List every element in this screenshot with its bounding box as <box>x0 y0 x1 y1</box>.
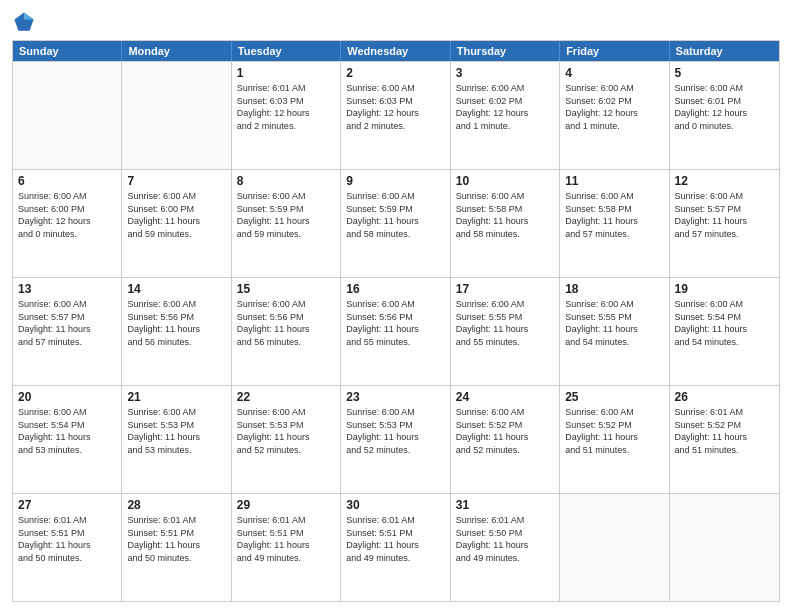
day-header-monday: Monday <box>122 41 231 61</box>
calendar-cell: 16Sunrise: 6:00 AM Sunset: 5:56 PM Dayli… <box>341 278 450 385</box>
cell-info: Sunrise: 6:00 AM Sunset: 5:58 PM Dayligh… <box>456 190 554 240</box>
calendar-cell: 8Sunrise: 6:00 AM Sunset: 5:59 PM Daylig… <box>232 170 341 277</box>
calendar-cell: 20Sunrise: 6:00 AM Sunset: 5:54 PM Dayli… <box>13 386 122 493</box>
day-number: 12 <box>675 173 774 189</box>
cell-info: Sunrise: 6:00 AM Sunset: 5:52 PM Dayligh… <box>565 406 663 456</box>
day-number: 24 <box>456 389 554 405</box>
cell-info: Sunrise: 6:00 AM Sunset: 5:53 PM Dayligh… <box>346 406 444 456</box>
calendar-body: 1Sunrise: 6:01 AM Sunset: 6:03 PM Daylig… <box>13 61 779 601</box>
cell-info: Sunrise: 6:00 AM Sunset: 6:01 PM Dayligh… <box>675 82 774 132</box>
calendar-cell: 7Sunrise: 6:00 AM Sunset: 6:00 PM Daylig… <box>122 170 231 277</box>
day-number: 8 <box>237 173 335 189</box>
calendar-cell: 4Sunrise: 6:00 AM Sunset: 6:02 PM Daylig… <box>560 62 669 169</box>
day-number: 1 <box>237 65 335 81</box>
cell-info: Sunrise: 6:01 AM Sunset: 5:51 PM Dayligh… <box>127 514 225 564</box>
day-number: 15 <box>237 281 335 297</box>
day-number: 20 <box>18 389 116 405</box>
calendar-cell: 19Sunrise: 6:00 AM Sunset: 5:54 PM Dayli… <box>670 278 779 385</box>
cell-info: Sunrise: 6:00 AM Sunset: 5:52 PM Dayligh… <box>456 406 554 456</box>
cell-info: Sunrise: 6:01 AM Sunset: 5:51 PM Dayligh… <box>237 514 335 564</box>
calendar-cell: 11Sunrise: 6:00 AM Sunset: 5:58 PM Dayli… <box>560 170 669 277</box>
calendar-week-3: 13Sunrise: 6:00 AM Sunset: 5:57 PM Dayli… <box>13 277 779 385</box>
day-number: 3 <box>456 65 554 81</box>
day-number: 6 <box>18 173 116 189</box>
calendar-cell: 12Sunrise: 6:00 AM Sunset: 5:57 PM Dayli… <box>670 170 779 277</box>
day-number: 30 <box>346 497 444 513</box>
day-number: 31 <box>456 497 554 513</box>
calendar-header-row: SundayMondayTuesdayWednesdayThursdayFrid… <box>13 41 779 61</box>
cell-info: Sunrise: 6:00 AM Sunset: 5:54 PM Dayligh… <box>675 298 774 348</box>
cell-info: Sunrise: 6:00 AM Sunset: 6:02 PM Dayligh… <box>456 82 554 132</box>
cell-info: Sunrise: 6:00 AM Sunset: 5:56 PM Dayligh… <box>127 298 225 348</box>
day-number: 2 <box>346 65 444 81</box>
calendar-cell: 30Sunrise: 6:01 AM Sunset: 5:51 PM Dayli… <box>341 494 450 601</box>
day-number: 9 <box>346 173 444 189</box>
calendar-cell <box>13 62 122 169</box>
cell-info: Sunrise: 6:00 AM Sunset: 5:54 PM Dayligh… <box>18 406 116 456</box>
cell-info: Sunrise: 6:00 AM Sunset: 5:53 PM Dayligh… <box>237 406 335 456</box>
cell-info: Sunrise: 6:00 AM Sunset: 5:55 PM Dayligh… <box>456 298 554 348</box>
day-number: 18 <box>565 281 663 297</box>
cell-info: Sunrise: 6:00 AM Sunset: 5:59 PM Dayligh… <box>237 190 335 240</box>
day-header-saturday: Saturday <box>670 41 779 61</box>
header <box>12 10 780 34</box>
cell-info: Sunrise: 6:01 AM Sunset: 5:51 PM Dayligh… <box>18 514 116 564</box>
calendar-week-2: 6Sunrise: 6:00 AM Sunset: 6:00 PM Daylig… <box>13 169 779 277</box>
cell-info: Sunrise: 6:01 AM Sunset: 5:51 PM Dayligh… <box>346 514 444 564</box>
cell-info: Sunrise: 6:00 AM Sunset: 6:00 PM Dayligh… <box>18 190 116 240</box>
day-number: 13 <box>18 281 116 297</box>
calendar-cell: 10Sunrise: 6:00 AM Sunset: 5:58 PM Dayli… <box>451 170 560 277</box>
cell-info: Sunrise: 6:00 AM Sunset: 6:00 PM Dayligh… <box>127 190 225 240</box>
calendar-cell: 3Sunrise: 6:00 AM Sunset: 6:02 PM Daylig… <box>451 62 560 169</box>
calendar-cell: 18Sunrise: 6:00 AM Sunset: 5:55 PM Dayli… <box>560 278 669 385</box>
day-number: 4 <box>565 65 663 81</box>
day-number: 11 <box>565 173 663 189</box>
calendar-cell: 27Sunrise: 6:01 AM Sunset: 5:51 PM Dayli… <box>13 494 122 601</box>
cell-info: Sunrise: 6:00 AM Sunset: 6:02 PM Dayligh… <box>565 82 663 132</box>
calendar-week-5: 27Sunrise: 6:01 AM Sunset: 5:51 PM Dayli… <box>13 493 779 601</box>
calendar-cell: 6Sunrise: 6:00 AM Sunset: 6:00 PM Daylig… <box>13 170 122 277</box>
calendar-cell <box>670 494 779 601</box>
day-number: 29 <box>237 497 335 513</box>
calendar-cell: 23Sunrise: 6:00 AM Sunset: 5:53 PM Dayli… <box>341 386 450 493</box>
calendar-cell <box>560 494 669 601</box>
calendar-cell: 26Sunrise: 6:01 AM Sunset: 5:52 PM Dayli… <box>670 386 779 493</box>
calendar-cell <box>122 62 231 169</box>
day-number: 28 <box>127 497 225 513</box>
day-number: 19 <box>675 281 774 297</box>
page: SundayMondayTuesdayWednesdayThursdayFrid… <box>0 0 792 612</box>
cell-info: Sunrise: 6:00 AM Sunset: 5:53 PM Dayligh… <box>127 406 225 456</box>
day-number: 22 <box>237 389 335 405</box>
cell-info: Sunrise: 6:00 AM Sunset: 5:59 PM Dayligh… <box>346 190 444 240</box>
cell-info: Sunrise: 6:00 AM Sunset: 5:57 PM Dayligh… <box>675 190 774 240</box>
day-number: 7 <box>127 173 225 189</box>
svg-marker-1 <box>24 12 34 19</box>
calendar-cell: 15Sunrise: 6:00 AM Sunset: 5:56 PM Dayli… <box>232 278 341 385</box>
cell-info: Sunrise: 6:00 AM Sunset: 5:56 PM Dayligh… <box>346 298 444 348</box>
cell-info: Sunrise: 6:00 AM Sunset: 5:56 PM Dayligh… <box>237 298 335 348</box>
day-header-tuesday: Tuesday <box>232 41 341 61</box>
calendar-week-1: 1Sunrise: 6:01 AM Sunset: 6:03 PM Daylig… <box>13 61 779 169</box>
calendar-week-4: 20Sunrise: 6:00 AM Sunset: 5:54 PM Dayli… <box>13 385 779 493</box>
calendar-cell: 14Sunrise: 6:00 AM Sunset: 5:56 PM Dayli… <box>122 278 231 385</box>
calendar-cell: 24Sunrise: 6:00 AM Sunset: 5:52 PM Dayli… <box>451 386 560 493</box>
calendar-cell: 9Sunrise: 6:00 AM Sunset: 5:59 PM Daylig… <box>341 170 450 277</box>
day-header-wednesday: Wednesday <box>341 41 450 61</box>
cell-info: Sunrise: 6:01 AM Sunset: 5:50 PM Dayligh… <box>456 514 554 564</box>
day-number: 21 <box>127 389 225 405</box>
day-number: 17 <box>456 281 554 297</box>
day-number: 10 <box>456 173 554 189</box>
cell-info: Sunrise: 6:01 AM Sunset: 6:03 PM Dayligh… <box>237 82 335 132</box>
day-number: 14 <box>127 281 225 297</box>
calendar-cell: 17Sunrise: 6:00 AM Sunset: 5:55 PM Dayli… <box>451 278 560 385</box>
calendar-cell: 13Sunrise: 6:00 AM Sunset: 5:57 PM Dayli… <box>13 278 122 385</box>
calendar-cell: 2Sunrise: 6:00 AM Sunset: 6:03 PM Daylig… <box>341 62 450 169</box>
calendar-cell: 5Sunrise: 6:00 AM Sunset: 6:01 PM Daylig… <box>670 62 779 169</box>
day-number: 25 <box>565 389 663 405</box>
day-number: 23 <box>346 389 444 405</box>
day-number: 16 <box>346 281 444 297</box>
calendar-cell: 28Sunrise: 6:01 AM Sunset: 5:51 PM Dayli… <box>122 494 231 601</box>
calendar-cell: 25Sunrise: 6:00 AM Sunset: 5:52 PM Dayli… <box>560 386 669 493</box>
calendar: SundayMondayTuesdayWednesdayThursdayFrid… <box>12 40 780 602</box>
cell-info: Sunrise: 6:01 AM Sunset: 5:52 PM Dayligh… <box>675 406 774 456</box>
